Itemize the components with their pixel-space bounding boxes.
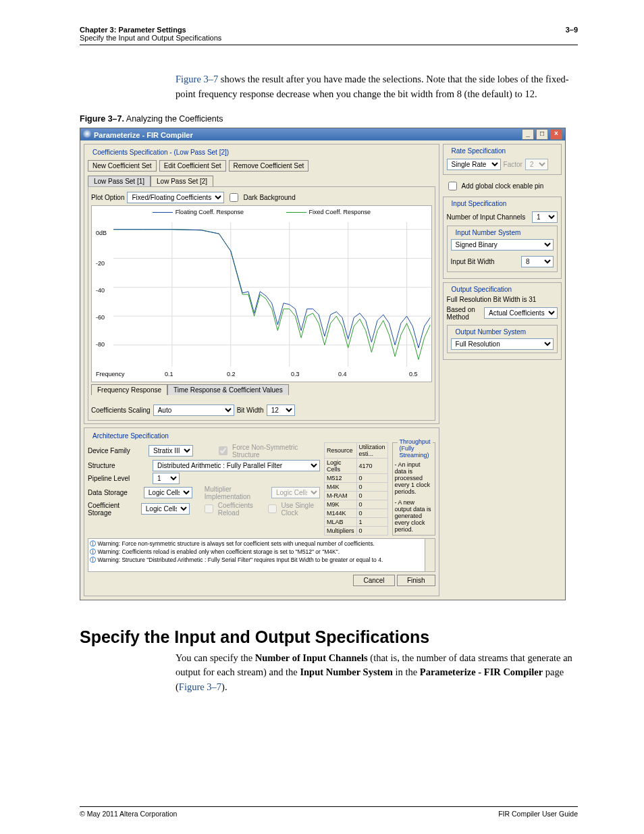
coeff-spec-group: Coefficients Specification - (Low Pass S… bbox=[84, 144, 439, 424]
chapter-label: Chapter 3: Parameter Settings bbox=[80, 26, 186, 34]
page-footer: © May 2011 Altera CorporationFIR Compile… bbox=[80, 806, 578, 818]
output-num-system-select[interactable]: Full Resolution bbox=[451, 338, 554, 350]
resource-table: ResourceUtilization esti... Logic Cells4… bbox=[324, 442, 388, 536]
single-clock-checkbox bbox=[268, 504, 277, 513]
factor-select: 2 bbox=[525, 159, 548, 170]
warnings-panel[interactable]: ⓘ Warning: Force non-symmetric structure… bbox=[88, 538, 435, 572]
data-storage-select[interactable]: Logic Cells bbox=[144, 487, 192, 498]
frequency-response-chart: Floating Coeff. Response Fixed Coeff. Re… bbox=[91, 205, 432, 382]
device-family-select[interactable]: Stratix III bbox=[149, 445, 193, 457]
rate-select[interactable]: Single Rate bbox=[447, 159, 501, 170]
new-coeff-button[interactable]: New Coefficient Set bbox=[88, 160, 157, 172]
coef-storage-select[interactable]: Logic Cells bbox=[141, 503, 190, 515]
global-clock-checkbox[interactable] bbox=[448, 182, 457, 190]
tab-low-pass-2[interactable]: Low Pass Set [2] bbox=[151, 176, 213, 186]
bitwidth-select[interactable]: 12 bbox=[267, 405, 295, 416]
tab-freq-response[interactable]: Frequency Response bbox=[91, 384, 167, 395]
finish-button[interactable]: Finish bbox=[397, 575, 435, 586]
edit-coeff-button[interactable]: Edit Coefficient Set bbox=[159, 160, 226, 172]
maximize-icon[interactable]: □ bbox=[536, 129, 548, 140]
window-title: Parameterize - FIR Compiler bbox=[94, 131, 193, 139]
page-number: 3–9 bbox=[566, 26, 578, 42]
force-nonsym-checkbox bbox=[219, 446, 227, 455]
dialog-window: Parameterize - FIR Compiler _ □ × Coeffi… bbox=[80, 128, 566, 600]
figure-ref-link[interactable]: Figure 3–7 bbox=[176, 74, 218, 84]
page-header: Chapter 3: Parameter Settings Specify th… bbox=[80, 26, 578, 45]
remove-coeff-button[interactable]: Remove Coefficient Set bbox=[229, 160, 309, 172]
dark-bg-checkbox[interactable] bbox=[230, 193, 238, 202]
coef-reload-checkbox bbox=[205, 504, 213, 513]
section-heading: Specify the Input and Output Specificati… bbox=[80, 627, 578, 647]
tab-low-pass-1[interactable]: Low Pass Set [1] bbox=[88, 176, 151, 186]
output-spec-group: Output Specification Full Resolution Bit… bbox=[443, 282, 562, 360]
mult-impl-select: Logic Cells bbox=[271, 487, 320, 498]
section-label: Specify the Input and Output Specificati… bbox=[80, 34, 221, 42]
rate-spec-group: Rate Specification Single Rate Factor2 bbox=[443, 144, 562, 175]
coeff-scaling-select[interactable]: Auto bbox=[153, 405, 234, 416]
plot-option-select[interactable]: Fixed/Floating Coefficients bbox=[127, 192, 224, 203]
architecture-group: Architecture Specification Device Family… bbox=[84, 427, 439, 596]
input-bitwidth-select[interactable]: 8 bbox=[521, 256, 554, 267]
structure-select[interactable]: Distributed Arithmetic : Fully Parallel … bbox=[153, 460, 320, 471]
input-num-system-select[interactable]: Signed Binary bbox=[451, 239, 554, 251]
pipeline-select[interactable]: 1 bbox=[153, 473, 180, 484]
figure-ref-link[interactable]: Figure 3–7 bbox=[179, 681, 221, 692]
intro-paragraph: Figure 3–7 shows the result after you ha… bbox=[176, 72, 578, 102]
app-icon bbox=[83, 130, 91, 138]
throughput-group: Throughput (Fully Streaming) - An input … bbox=[392, 442, 435, 536]
cancel-button[interactable]: Cancel bbox=[353, 575, 394, 586]
close-icon[interactable]: × bbox=[550, 129, 562, 140]
title-bar[interactable]: Parameterize - FIR Compiler _ □ × bbox=[80, 128, 565, 140]
scrollbar[interactable] bbox=[425, 539, 435, 571]
input-spec-group: Input Specification Number of Input Chan… bbox=[443, 197, 562, 279]
tab-time-response[interactable]: Time Response & Coefficient Values bbox=[167, 384, 289, 395]
minimize-icon[interactable]: _ bbox=[522, 129, 534, 140]
section-paragraph: You can specify the Number of Input Chan… bbox=[176, 651, 578, 695]
method-select[interactable]: Actual Coefficients bbox=[484, 307, 558, 319]
figure-caption: Figure 3–7. Analyzing the Coefficients bbox=[80, 114, 578, 124]
num-channels-select[interactable]: 1 bbox=[532, 211, 558, 223]
